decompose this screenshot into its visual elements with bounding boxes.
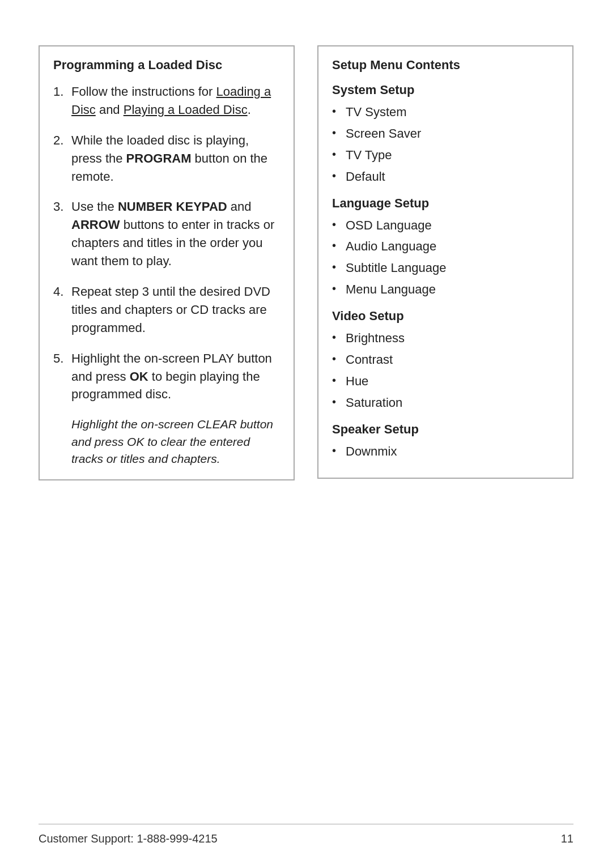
right-column-header: Setup Menu Contents [332,58,559,73]
list-item: Contrast [332,351,559,369]
language-setup-list: OSD Language Audio Language Subtitle Lan… [332,216,559,299]
step-1-text: Follow the instructions for Loading a Di… [71,83,280,119]
video-setup-list: Brightness Contrast Hue Saturation [332,329,559,412]
list-item: Menu Language [332,280,559,299]
list-item: Subtitle Language [332,259,559,277]
step-3-text: Use the NUMBER KEYPAD and ARROW buttons … [71,198,280,270]
system-setup-header: System Setup [332,83,559,97]
playing-link: Playing a Loaded Disc [124,103,248,117]
system-setup-list: TV System Screen Saver TV Type Default [332,103,559,186]
step-3: Use the NUMBER KEYPAD and ARROW buttons … [53,198,280,270]
list-item: Saturation [332,394,559,412]
list-item: TV System [332,103,559,121]
step-4: Repeat step 3 until the desired DVD titl… [53,283,280,337]
list-item: Downmix [332,442,559,461]
footer-support: Customer Support: 1-888-999-4215 [39,832,218,845]
ok-bold: OK [130,369,148,384]
footer: Customer Support: 1-888-999-4215 11 [39,824,573,845]
left-column-header: Programming a Loaded Disc [53,58,280,73]
list-item: Audio Language [332,237,559,256]
speaker-setup-header: Speaker Setup [332,422,559,437]
number-keypad-bold: NUMBER KEYPAD [118,199,227,214]
video-setup-header: Video Setup [332,309,559,324]
list-item: Screen Saver [332,125,559,143]
step-1: Follow the instructions for Loading a Di… [53,83,280,119]
step-2-text: While the loaded disc is playing, press … [71,131,280,186]
list-item: OSD Language [332,216,559,235]
program-bold: PROGRAM [126,151,192,165]
list-item: Brightness [332,329,559,347]
language-setup-header: Language Setup [332,196,559,211]
list-item: Hue [332,372,559,390]
list-item: Default [332,168,559,186]
step-2: While the loaded disc is playing, press … [53,131,280,186]
arrow-bold: ARROW [71,218,120,232]
steps-list: Follow the instructions for Loading a Di… [53,83,280,403]
two-column-layout: Programming a Loaded Disc Follow the ins… [39,45,573,480]
left-column: Programming a Loaded Disc Follow the ins… [39,45,295,480]
footer-page: 11 [561,832,573,845]
right-column: Setup Menu Contents System Setup TV Syst… [317,45,573,479]
page-content: Programming a Loaded Disc Follow the ins… [0,0,612,526]
note-text: Highlight the on-screen CLEAR button and… [71,416,280,467]
step-5: Highlight the on-screen PLAY button and … [53,350,280,404]
step-4-text: Repeat step 3 until the desired DVD titl… [71,283,280,337]
list-item: TV Type [332,146,559,164]
speaker-setup-list: Downmix [332,442,559,461]
step-5-text: Highlight the on-screen PLAY button and … [71,350,280,404]
